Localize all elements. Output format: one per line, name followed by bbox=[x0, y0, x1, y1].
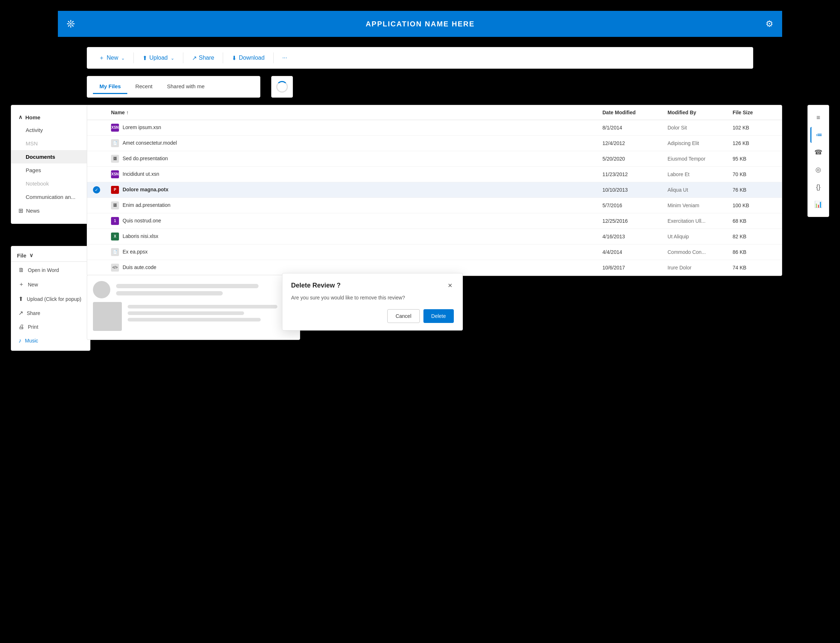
file-size-cell: 74 KB bbox=[732, 265, 776, 271]
file-name-text: Incididunt ut.xsn bbox=[122, 171, 159, 177]
file-type-icon: P bbox=[111, 186, 119, 194]
dialog-header: Delete Review ? ✕ bbox=[291, 281, 454, 290]
table-row[interactable]: ✓PDolore magna.potx10/10/2013Aliqua Ut76… bbox=[87, 182, 782, 198]
table-row[interactable]: XSNIncididunt ut.xsn11/23/2012Labore Et7… bbox=[87, 167, 782, 182]
date-modified-cell: 5/20/2020 bbox=[602, 156, 667, 162]
new-label: New bbox=[107, 55, 118, 61]
new-button[interactable]: ＋ New bbox=[95, 51, 129, 65]
file-name-text: Sed do.presentation bbox=[122, 155, 168, 161]
bottom-preview bbox=[87, 275, 300, 340]
right-icon-hamburger[interactable]: ≡ bbox=[811, 109, 826, 126]
tab-myfiles[interactable]: My Files bbox=[93, 80, 127, 94]
toolbar-separator bbox=[134, 52, 134, 63]
preview-text-line-1 bbox=[128, 305, 277, 308]
cancel-button[interactable]: Cancel bbox=[387, 309, 420, 323]
row-checkbox[interactable]: ✓ bbox=[93, 186, 111, 194]
more-icon: ··· bbox=[282, 55, 287, 61]
sidebar-item-news[interactable]: ⊞ News bbox=[11, 204, 90, 218]
tab-sharedwithme[interactable]: Shared with me bbox=[161, 80, 211, 94]
download-button[interactable]: ⬇ Download bbox=[227, 52, 269, 64]
context-menu: File ∨ 🗎 Open in Word ＋ New ⬆ Upload (Cl… bbox=[11, 246, 90, 351]
file-name-cell: 📄Ex ea.ppsx bbox=[111, 248, 602, 256]
news-grid-icon: ⊞ bbox=[18, 207, 23, 214]
table-row[interactable]: 1Quis nostrud.one12/25/2016Exercitation … bbox=[87, 213, 782, 229]
table-row[interactable]: XLaboris nisi.xlsx4/16/2013Ut Aliquip82 … bbox=[87, 229, 782, 245]
sidebar-home[interactable]: ∧ Home bbox=[11, 111, 90, 123]
name-column-header[interactable]: Name ↑ bbox=[111, 109, 602, 115]
tab-recent[interactable]: Recent bbox=[129, 80, 159, 94]
right-icon-list[interactable]: ≔ bbox=[811, 127, 826, 143]
context-open-word[interactable]: 🗎 Open in Word bbox=[11, 263, 90, 277]
file-type-icon: X bbox=[111, 233, 119, 240]
file-name-text: Quis nostrud.one bbox=[122, 218, 161, 224]
file-name-cell: PDolore magna.potx bbox=[111, 186, 602, 194]
print-icon: 🖨 bbox=[18, 324, 24, 330]
file-list-header: Name ↑ Date Modified Modified By File Si… bbox=[87, 105, 782, 120]
file-type-icon: XSN bbox=[111, 124, 119, 132]
preview-avatar bbox=[93, 281, 110, 299]
file-type-icon: 1 bbox=[111, 217, 119, 225]
file-name-text: Laboris nisi.xlsx bbox=[122, 233, 158, 239]
table-row[interactable]: 🖼Sed do.presentation5/20/2020Eiusmod Tem… bbox=[87, 151, 782, 167]
download-icon: ⬇ bbox=[232, 55, 237, 62]
file-name-text: Dolore magna.potx bbox=[122, 187, 168, 193]
file-type-icon: 📄 bbox=[111, 139, 119, 147]
upload-chevron-icon bbox=[170, 55, 174, 61]
delete-button[interactable]: Delete bbox=[423, 309, 454, 323]
more-button[interactable]: ··· bbox=[278, 52, 292, 64]
table-row[interactable]: 📄Ex ea.ppsx4/4/2014Commodo Con...86 KB bbox=[87, 245, 782, 260]
modified-by-cell: Ut Aliquip bbox=[667, 233, 732, 240]
file-name-cell: XSNLorem ipsum.xsn bbox=[111, 124, 602, 132]
context-upload[interactable]: ⬆ Upload (Click for popup) bbox=[11, 292, 90, 306]
date-modified-cell: 5/7/2016 bbox=[602, 202, 667, 208]
sidebar-item-msn[interactable]: MSN bbox=[11, 137, 90, 150]
dialog-close-button[interactable]: ✕ bbox=[446, 281, 454, 290]
context-menu-header[interactable]: File ∨ bbox=[11, 249, 90, 262]
table-row[interactable]: XSNLorem ipsum.xsn8/1/2014Dolor Sit102 K… bbox=[87, 120, 782, 135]
right-icon-code[interactable]: {} bbox=[811, 179, 826, 195]
file-name-text: Duis aute.code bbox=[122, 264, 156, 270]
file-name-cell: 1Quis nostrud.one bbox=[111, 217, 602, 225]
right-icon-chart[interactable]: 📊 bbox=[811, 196, 826, 212]
file-size-cell: 82 KB bbox=[732, 233, 776, 240]
right-icon-phone[interactable]: ☎ bbox=[811, 144, 826, 160]
preview-header-lines bbox=[116, 284, 294, 295]
sidebar-item-activity[interactable]: Activity bbox=[11, 123, 90, 137]
context-share[interactable]: ↗ Share bbox=[11, 306, 90, 320]
file-label: File bbox=[17, 253, 26, 259]
share-button[interactable]: ↗ Share bbox=[188, 52, 219, 64]
sidebar-item-communication[interactable]: Communication an... bbox=[11, 190, 90, 204]
app-title: APPLICATION NAME HERE bbox=[365, 20, 475, 28]
preview-text-lines bbox=[128, 302, 294, 331]
date-modified-cell: 12/4/2012 bbox=[602, 140, 667, 146]
upload-button[interactable]: ⬆ Upload bbox=[138, 52, 179, 64]
file-name-text: Lorem ipsum.xsn bbox=[122, 124, 161, 130]
modified-by-cell: Exercitation Ull... bbox=[667, 218, 732, 224]
tabs-bar: My Files Recent Shared with me bbox=[87, 76, 260, 98]
modified-by-cell: Dolor Sit bbox=[667, 125, 732, 131]
modified-by-cell: Labore Et bbox=[667, 171, 732, 177]
context-print[interactable]: 🖨 Print bbox=[11, 320, 90, 334]
new-context-icon: ＋ bbox=[18, 281, 24, 288]
checkbox-header bbox=[93, 109, 111, 115]
table-row[interactable]: 📄Amet consectetur.model12/4/2012Adipisci… bbox=[87, 135, 782, 151]
sidebar-item-documents[interactable]: Documents bbox=[11, 150, 90, 163]
sidebar-item-pages[interactable]: Pages bbox=[11, 163, 90, 177]
share-label: Share bbox=[199, 55, 214, 61]
preview-header bbox=[93, 281, 294, 299]
preview-body bbox=[93, 302, 294, 331]
context-music[interactable]: ♪ Music bbox=[11, 334, 90, 348]
sidebar-item-notebook[interactable]: Notebook bbox=[11, 177, 90, 190]
context-new[interactable]: ＋ New bbox=[11, 277, 90, 292]
file-type-icon: 📄 bbox=[111, 248, 119, 256]
date-modified-cell: 8/1/2014 bbox=[602, 125, 667, 131]
file-list: Name ↑ Date Modified Modified By File Si… bbox=[87, 105, 782, 276]
news-label: News bbox=[26, 207, 40, 214]
file-name-text: Amet consectetur.model bbox=[122, 140, 177, 146]
dialog-footer: Cancel Delete bbox=[291, 309, 454, 323]
settings-icon[interactable]: ⚙ bbox=[765, 19, 773, 29]
modified-by-column-header: Modified By bbox=[667, 109, 732, 115]
right-icon-signal[interactable]: ◎ bbox=[811, 162, 826, 178]
table-row[interactable]: 🖼Enim ad.presentation5/7/2016Minim Venia… bbox=[87, 198, 782, 213]
plus-icon: ＋ bbox=[99, 54, 104, 62]
